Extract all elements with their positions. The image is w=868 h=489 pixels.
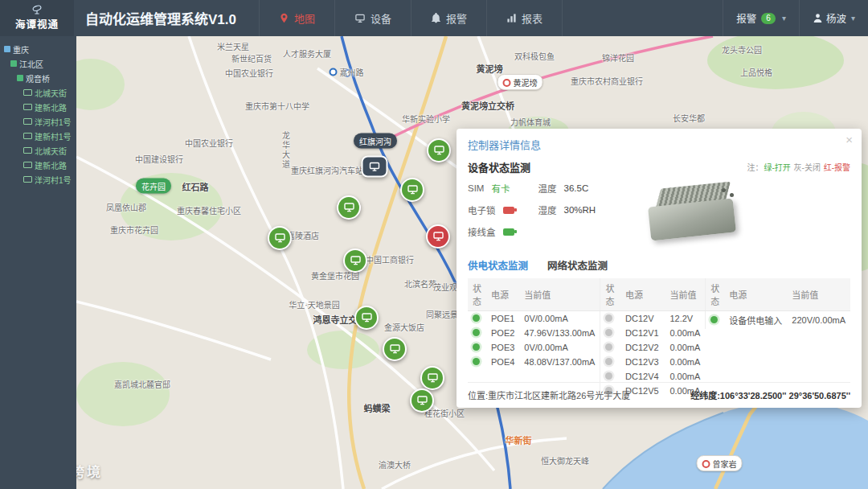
main-nav: 地图 设备 报警 报表	[259, 0, 563, 36]
tree-item[interactable]: 观音桥	[2, 71, 74, 85]
power-row: DC12V20.00mA	[600, 340, 705, 355]
table-header: 当前值	[787, 278, 850, 311]
tree-item[interactable]: 建新北路	[2, 100, 74, 114]
nav-item-alarms[interactable]: 报警	[411, 0, 486, 36]
device-marker[interactable]	[427, 138, 451, 162]
power-row: DC12V10.00mA	[600, 326, 705, 340]
power-row: 设备供电输入220V/0.00mA	[706, 311, 850, 330]
tree-item-label: 重庆	[13, 43, 29, 55]
battery-icon	[503, 228, 514, 236]
device-icon	[23, 133, 32, 139]
power-row: POE448.08V/137.00mA	[468, 355, 600, 369]
tree-item-label: 建新村1号	[35, 130, 72, 142]
tree-item-label: 洋河村1号	[35, 174, 72, 186]
table-header: 电源	[724, 278, 787, 311]
device-marker[interactable]	[343, 249, 367, 273]
device-marker[interactable]	[426, 224, 450, 249]
report-chart-icon	[506, 13, 517, 23]
tree-item-label: 建新北路	[35, 159, 67, 171]
tree-item-label: 北城天街	[35, 145, 67, 157]
device-status-block: SIM有卡电子锁接线盒 温度36.5C湿度30%RH	[468, 182, 850, 249]
controller-detail-popup: 控制器详情信息 × 设备状态监测 注：绿-打开 灰-关闭 红-报警 SIM有卡电…	[457, 129, 862, 408]
app-window: 海谭视通 自动化运维管理系统V1.0 地图 设备 报警 报表 报警	[0, 0, 868, 489]
nav-label: 地图	[294, 10, 315, 26]
tree-item-label: 北城天街	[35, 87, 67, 99]
power-row: POE247.96V/133.00mA	[468, 326, 600, 340]
device-marker[interactable]	[268, 226, 292, 250]
sidebar: 重庆江北区观音桥北城天街建新北路洋河村1号建新村1号北城天街建新北路洋河村1号	[0, 36, 76, 489]
power-row: POE10V/0.00mA	[468, 311, 600, 327]
chevron-down-icon: ▾	[851, 14, 855, 23]
status-dot	[473, 358, 480, 365]
table-header: 当前值	[519, 278, 600, 311]
device-marker[interactable]	[383, 337, 407, 361]
nav-item-map[interactable]: 地图	[259, 0, 334, 36]
tab-power-status[interactable]: 供电状态监测	[468, 257, 528, 273]
status-dot	[605, 343, 612, 351]
alarm-count-badge: 6	[761, 13, 776, 24]
status-item: 温度36.5C	[538, 182, 596, 195]
status-dot	[605, 372, 612, 380]
alarm-bell-icon	[431, 13, 441, 23]
tree-item[interactable]: 江北区	[2, 56, 74, 71]
tree-item[interactable]: 洋河村1号	[2, 172, 74, 187]
status-item: SIM有卡	[468, 182, 514, 195]
tree-item-label: 建新北路	[35, 101, 67, 113]
nav-item-reports[interactable]: 报表	[486, 0, 563, 36]
brand-name: 海谭视通	[15, 16, 59, 31]
folder-icon	[4, 46, 10, 52]
power-table: 状态电源当前值POE10V/0.00mAPOE247.96V/133.00mAP…	[468, 278, 850, 398]
device-marker[interactable]	[400, 178, 424, 202]
device-marker[interactable]	[420, 366, 444, 390]
status-item: 接线盒	[468, 225, 514, 238]
tree-item-label: 观音桥	[26, 72, 50, 84]
folder-icon	[10, 60, 17, 67]
table-header: 状态	[468, 278, 486, 311]
status-col-left: SIM有卡电子锁接线盒	[468, 182, 514, 238]
location-text: 位置:重庆市江北区建新北路26号光宇大厦	[468, 388, 630, 401]
table-header: 状态	[706, 278, 725, 311]
user-menu[interactable]: 杨波 ▾	[799, 0, 868, 36]
device-marker[interactable]	[410, 388, 434, 413]
status-dot	[605, 358, 612, 365]
tree-item[interactable]: 建新北路	[2, 158, 74, 172]
status-dot	[605, 329, 612, 336]
device-marker[interactable]	[354, 306, 379, 330]
battery-icon	[503, 207, 514, 214]
power-row: DC12V30.00mA	[600, 355, 705, 369]
chevron-down-icon: ▾	[782, 14, 786, 23]
sidebar-tree: 重庆江北区观音桥北城天街建新北路洋河村1号建新村1号北城天街建新北路洋河村1号	[2, 42, 74, 187]
status-dot	[473, 343, 480, 351]
alarm-menu[interactable]: 报警 6 ▾	[723, 0, 799, 36]
popup-tabs: 供电状态监测 网络状态监测	[468, 257, 850, 273]
device-marker[interactable]	[362, 156, 388, 178]
tree-item-label: 江北区	[19, 58, 43, 70]
nav-item-devices[interactable]: 设备	[334, 0, 411, 36]
status-item: 湿度30%RH	[538, 203, 596, 216]
status-dot	[473, 329, 480, 336]
device-icon	[23, 104, 32, 110]
power-table-group: 状态电源当前值DC12V12.2VDC12V10.00mADC12V20.00m…	[600, 278, 705, 398]
device-icon	[23, 89, 32, 96]
nav-label: 报表	[522, 10, 542, 26]
tree-item[interactable]: 建新村1号	[2, 129, 74, 143]
status-dot	[605, 314, 612, 322]
close-icon[interactable]: ×	[845, 134, 853, 146]
section-title-device-status: 设备状态监测	[468, 159, 530, 175]
status-col-right: 温度36.5C湿度30%RH	[538, 182, 596, 238]
tab-network-status[interactable]: 网络状态监测	[547, 257, 608, 273]
tree-item[interactable]: 洋河村1号	[2, 114, 74, 129]
tree-item[interactable]: 北城天街	[2, 143, 74, 158]
power-row: POE30V/0.00mA	[468, 340, 600, 355]
device-marker[interactable]	[337, 195, 361, 220]
tree-item-label: 洋河村1号	[35, 116, 72, 128]
popup-footer: 位置:重庆市江北区建新北路26号光宇大厦 经纬度:106°33'28.2500'…	[468, 382, 850, 401]
map-pin-icon	[279, 13, 289, 23]
tree-item[interactable]: 重庆	[2, 42, 74, 56]
device-icon	[23, 162, 32, 168]
tree-item[interactable]: 北城天街	[2, 85, 74, 100]
table-header: 电源	[620, 278, 665, 311]
popup-legend: 注：绿-打开 灰-关闭 红-报警	[746, 161, 850, 173]
nav-label: 设备	[371, 10, 391, 26]
controller-photo	[645, 182, 749, 249]
